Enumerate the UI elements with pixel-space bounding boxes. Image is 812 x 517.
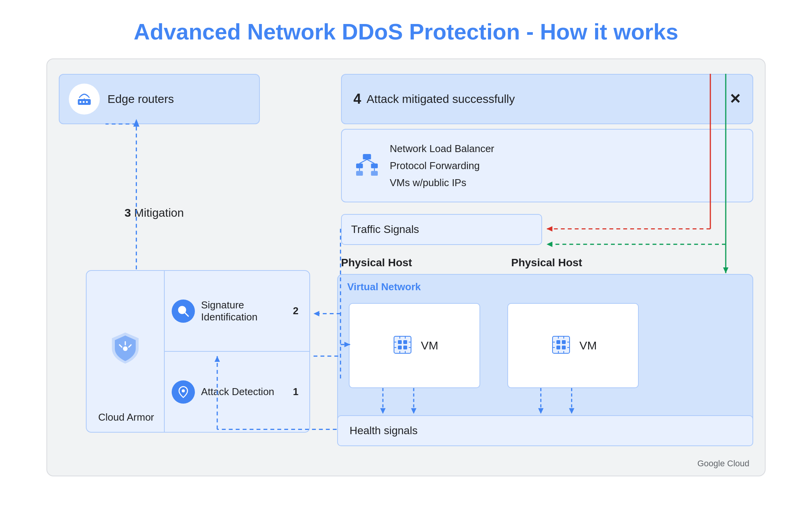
nlb-line2: Protocol Forwarding (390, 157, 494, 174)
nlb-line1: Network Load Balancer (390, 140, 494, 157)
traffic-signals-label: Traffic Signals (351, 223, 419, 236)
step-1-badge: 1 (293, 386, 302, 398)
nlb-text: Network Load Balancer Protocol Forwardin… (390, 140, 494, 192)
physical-host-2-label: Physical Host (511, 257, 582, 269)
cloud-armor-label: Cloud Armor (98, 411, 154, 423)
svg-marker-74 (723, 267, 728, 273)
edge-routers-box: Edge routers (59, 74, 260, 124)
svg-rect-5 (363, 154, 371, 159)
nlb-box: Network Load Balancer Protocol Forwardin… (341, 129, 753, 202)
svg-rect-17 (398, 346, 402, 349)
location-icon (172, 380, 195, 404)
attack-detection-label: Attack Detection (201, 386, 274, 398)
svg-rect-6 (356, 164, 363, 168)
mitigation-text: Mitigation (134, 206, 184, 219)
svg-point-40 (123, 346, 128, 351)
svg-rect-30 (556, 346, 560, 349)
nlb-icon (353, 151, 380, 180)
vm2-label: VM (580, 339, 597, 352)
step-2-badge: 2 (293, 305, 302, 317)
svg-rect-27 (553, 336, 570, 353)
svg-point-1 (80, 101, 82, 103)
signature-box: SignatureIdentification 2 (164, 271, 309, 351)
step-3-number: 3 (125, 206, 131, 219)
vm1-label: VM (421, 339, 438, 352)
search-icon (172, 300, 195, 323)
shield-icon (108, 330, 143, 366)
google-cloud-logo: Google Cloud (697, 459, 749, 469)
sub-boxes: SignatureIdentification 2 Attack Detecti… (164, 271, 309, 432)
svg-rect-7 (371, 164, 378, 168)
svg-point-3 (86, 101, 88, 103)
diagram-container: Edge routers 4 Attack mitigated successf… (46, 58, 766, 476)
health-signals-box: Health signals (337, 415, 753, 446)
attack-mitigated-label: Attack mitigated successfully (367, 92, 729, 106)
physical-host-1-label: Physical Host (341, 257, 412, 269)
health-signals-label: Health signals (350, 425, 418, 437)
svg-marker-69 (547, 226, 553, 231)
step-4-number: 4 (353, 91, 361, 107)
mitigation-label: 3 Mitigation (125, 206, 184, 219)
svg-point-2 (83, 101, 85, 103)
nlb-line3: VMs w/public IPs (390, 174, 494, 191)
svg-rect-14 (394, 336, 411, 353)
svg-rect-31 (562, 346, 566, 349)
svg-rect-28 (556, 340, 560, 344)
svg-line-10 (360, 159, 367, 164)
svg-rect-18 (403, 346, 407, 349)
svg-rect-16 (403, 340, 407, 344)
svg-marker-55 (314, 311, 319, 317)
svg-marker-72 (547, 241, 553, 247)
signature-label: SignatureIdentification (201, 299, 258, 323)
svg-rect-9 (371, 171, 378, 176)
cloud-armor-icon-area (94, 290, 156, 406)
cloud-armor-box: SignatureIdentification 2 Attack Detecti… (86, 270, 310, 433)
svg-rect-29 (562, 340, 566, 344)
vm1-icon (391, 333, 414, 358)
virtual-network-label: Virtual Network (347, 281, 743, 293)
traffic-signals-box: Traffic Signals (341, 214, 542, 245)
attack-mitigated-box: 4 Attack mitigated successfully ✕ (341, 74, 753, 124)
svg-rect-8 (356, 171, 363, 176)
edge-routers-label: Edge routers (107, 92, 174, 106)
svg-rect-15 (398, 340, 402, 344)
vm2-icon (549, 333, 573, 358)
router-icon (69, 84, 100, 115)
svg-line-45 (185, 313, 188, 316)
vm-box-1: VM (349, 303, 480, 388)
page-title: Advanced Network DDoS Protection - How i… (0, 0, 812, 58)
svg-line-11 (367, 159, 374, 164)
vm-box-2: VM (507, 303, 639, 388)
svg-point-46 (182, 389, 185, 392)
x-icon: ✕ (729, 91, 741, 107)
attack-detection-box: Attack Detection 1 (164, 351, 309, 432)
